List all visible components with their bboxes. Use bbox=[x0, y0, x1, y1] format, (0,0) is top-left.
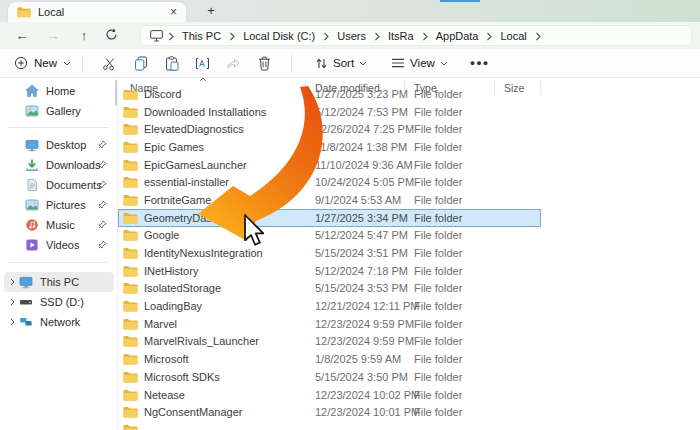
sidebar: Home Gallery Desktop Downloads bbox=[0, 78, 118, 430]
file-row[interactable]: IdentityNexusIntegration 5/15/2024 3:51 … bbox=[118, 244, 541, 262]
file-row[interactable]: Google 5/12/2024 5:47 PM File folder bbox=[118, 227, 541, 245]
new-button[interactable]: New bbox=[14, 56, 71, 70]
file-row[interactable]: ElevatedDiagnostics 12/26/2024 7:25 PM F… bbox=[118, 120, 541, 138]
copy-icon bbox=[134, 56, 148, 71]
sort-arrows-icon bbox=[315, 57, 328, 70]
delete-button[interactable] bbox=[249, 56, 280, 71]
breadcrumb-item[interactable]: AppData bbox=[429, 30, 494, 42]
file-date-modified: 12/23/2024 10:02 PM bbox=[306, 389, 405, 401]
chevron-right-icon[interactable] bbox=[10, 278, 15, 286]
sidebar-item-desktop[interactable]: Desktop bbox=[4, 135, 114, 155]
file-row[interactable]: LoadingBay 12/21/2024 12:11 PM File fold… bbox=[118, 297, 541, 315]
file-row[interactable]: Downloaded Installations 5/12/2024 7:53 … bbox=[118, 103, 541, 121]
file-row[interactable]: Discord 1/27/2025 3:23 PM File folder bbox=[118, 90, 541, 103]
file-row[interactable]: essential-installer 10/24/2024 5:05 PM F… bbox=[118, 173, 541, 191]
sidebar-item-ssd[interactable]: SSD (D:) bbox=[4, 292, 114, 312]
share-button bbox=[218, 56, 249, 70]
chevron-right-icon[interactable] bbox=[10, 298, 15, 306]
more-options-button[interactable]: ●●● bbox=[470, 58, 489, 68]
tab-local[interactable]: Local × bbox=[8, 2, 186, 22]
file-row[interactable]: MarvelRivals_Launcher 12/23/2024 9:59 PM… bbox=[118, 333, 541, 351]
view-button[interactable]: View bbox=[391, 57, 448, 69]
file-date-modified: 12/23/2024 10:01 PM bbox=[306, 406, 405, 418]
file-row[interactable]: Netease 12/23/2024 10:02 PM File folder bbox=[118, 386, 541, 404]
back-button[interactable]: ← bbox=[12, 27, 32, 44]
file-name: LoadingBay bbox=[144, 300, 202, 312]
file-date-modified: 1/8/2025 9:59 AM bbox=[306, 353, 405, 365]
sidebar-item-home[interactable]: Home bbox=[4, 81, 114, 101]
file-row[interactable]: EpicGamesLauncher 11/10/2024 9:36 AM Fil… bbox=[118, 156, 541, 174]
sidebar-item-videos[interactable]: Videos bbox=[4, 235, 114, 255]
breadcrumb-item[interactable]: Local bbox=[493, 30, 541, 42]
new-tab-button[interactable]: + bbox=[202, 2, 220, 20]
folder-icon bbox=[123, 300, 138, 312]
sidebar-item-music[interactable]: Music bbox=[4, 215, 114, 235]
file-type: File folder bbox=[405, 159, 495, 171]
folder-icon bbox=[123, 424, 138, 430]
file-row[interactable]: Epic Games 11/8/2024 1:38 PM File folder bbox=[118, 138, 541, 156]
file-name: MarvelRivals_Launcher bbox=[144, 335, 259, 347]
file-name: Discord bbox=[144, 90, 181, 100]
sort-button[interactable]: Sort bbox=[315, 57, 367, 70]
breadcrumb-item[interactable]: ItsRa bbox=[381, 30, 429, 42]
desktop-icon bbox=[25, 138, 39, 152]
file-row[interactable]: Marvel 12/23/2024 9:59 PM File folder bbox=[118, 315, 541, 333]
file-row[interactable]: IsolatedStorage 5/15/2024 3:53 PM File f… bbox=[118, 280, 541, 298]
downloads-icon bbox=[25, 158, 39, 172]
sidebar-item-documents[interactable]: Documents bbox=[4, 175, 114, 195]
file-row[interactable]: NgConsentManager 12/23/2024 10:01 PM Fil… bbox=[118, 403, 541, 421]
paste-button[interactable] bbox=[156, 56, 187, 71]
chevron-right-icon bbox=[535, 32, 541, 41]
breadcrumb-item[interactable]: This PC bbox=[175, 30, 236, 42]
sidebar-divider bbox=[8, 262, 108, 263]
file-name: Netease bbox=[144, 389, 185, 401]
file-row[interactable]: GeometryDash 1/27/2025 3:34 PM File fold… bbox=[118, 209, 541, 227]
sidebar-item-network[interactable]: Network bbox=[4, 312, 114, 332]
file-name: NgConsentManager bbox=[144, 406, 242, 418]
file-name: Microsoft bbox=[144, 353, 189, 365]
chevron-right-icon[interactable] bbox=[10, 318, 15, 326]
file-name: Marvel bbox=[144, 318, 177, 330]
breadcrumb: This PC Local Disk (C:) Users bbox=[175, 30, 542, 42]
up-button[interactable]: ↑ bbox=[74, 27, 94, 44]
sidebar-item-gallery[interactable]: Gallery bbox=[4, 101, 114, 121]
chevron-right-icon bbox=[168, 32, 174, 41]
cut-button[interactable] bbox=[94, 56, 125, 71]
sort-ascending-icon bbox=[199, 78, 207, 82]
file-type: File folder bbox=[405, 300, 495, 312]
file-row[interactable]: Microsoft 1/8/2025 9:59 AM File folder bbox=[118, 350, 541, 368]
file-row[interactable]: Microsoft SDKs 5/15/2024 3:50 PM File fo… bbox=[118, 368, 541, 386]
file-row[interactable] bbox=[118, 421, 541, 430]
file-date-modified: 1/27/2025 3:34 PM bbox=[306, 212, 405, 224]
copy-button[interactable] bbox=[125, 56, 156, 71]
address-bar[interactable]: This PC Local Disk (C:) Users bbox=[140, 25, 692, 46]
chevron-down-icon bbox=[440, 61, 448, 66]
file-date-modified: 5/12/2024 7:18 PM bbox=[306, 265, 405, 277]
folder-icon bbox=[123, 159, 138, 171]
sidebar-scrollbar[interactable] bbox=[115, 80, 117, 106]
chevron-right-icon bbox=[422, 32, 428, 41]
folder-icon bbox=[123, 212, 138, 224]
breadcrumb-item[interactable]: Local Disk (C:) bbox=[236, 30, 330, 42]
folder-icon bbox=[123, 229, 138, 241]
file-row[interactable]: FortniteGame 9/1/2024 5:53 AM File folde… bbox=[118, 191, 541, 209]
folder-icon bbox=[123, 247, 138, 259]
sidebar-item-this-pc[interactable]: This PC bbox=[4, 272, 114, 292]
pin-icon bbox=[98, 200, 107, 209]
file-row[interactable]: INetHistory 5/12/2024 7:18 PM File folde… bbox=[118, 262, 541, 280]
chevron-down-icon bbox=[359, 61, 367, 66]
drive-icon bbox=[19, 295, 33, 309]
breadcrumb-item[interactable]: Users bbox=[330, 30, 381, 42]
file-date-modified: 5/12/2024 5:47 PM bbox=[306, 229, 405, 241]
tab-close-icon[interactable]: × bbox=[170, 6, 177, 18]
sidebar-item-downloads[interactable]: Downloads bbox=[4, 155, 114, 175]
sidebar-item-pictures[interactable]: Pictures bbox=[4, 195, 114, 215]
refresh-button[interactable] bbox=[105, 28, 125, 41]
main-area: Home Gallery Desktop Downloads bbox=[0, 78, 700, 430]
pin-icon bbox=[98, 180, 107, 189]
file-type: File folder bbox=[405, 282, 495, 294]
rename-button[interactable] bbox=[187, 57, 218, 70]
chevron-right-icon bbox=[374, 32, 380, 41]
file-type: File folder bbox=[405, 353, 495, 365]
file-type: File folder bbox=[405, 106, 495, 118]
